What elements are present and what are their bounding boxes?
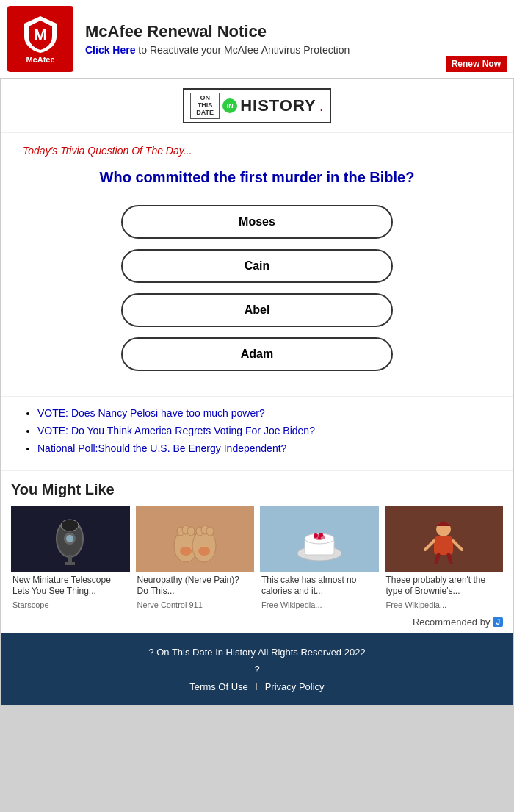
card-telescope[interactable]: New Miniature Telescope Lets You See Thi… bbox=[11, 506, 130, 612]
brownie-svg bbox=[418, 513, 469, 564]
mcafee-text-area: McAfee Renewal Notice Click Here to Reac… bbox=[73, 22, 507, 56]
svg-line-27 bbox=[453, 541, 462, 550]
mcafee-subtitle: Click Here to Reactivate your McAfee Ant… bbox=[85, 44, 507, 56]
card-brownie[interactable]: These probably aren't the type of Browni… bbox=[385, 506, 504, 612]
trivia-question: Who committed the first murder in the Bi… bbox=[23, 167, 491, 187]
footer: ? On This Date In History All Rights Res… bbox=[1, 633, 513, 705]
mcafee-banner: M McAfee McAfee Renewal Notice Click Her… bbox=[0, 0, 514, 79]
mcafee-shield-icon: M bbox=[21, 15, 59, 53]
card-img-brownie bbox=[385, 506, 504, 572]
poll-link-1[interactable]: VOTE: Do You Think America Regrets Votin… bbox=[37, 425, 315, 436]
footer-copyright: ? On This Date In History All Rights Res… bbox=[8, 644, 506, 661]
card-cake[interactable]: This cake has almost no calories and it.… bbox=[260, 506, 379, 612]
svg-point-14 bbox=[206, 527, 214, 536]
poll-link-0[interactable]: VOTE: Does Nancy Pelosi have too much po… bbox=[37, 407, 265, 419]
history-header: ON THIS DATE IN HISTORY. bbox=[1, 79, 513, 133]
answer-moses-button[interactable]: Moses bbox=[121, 205, 393, 239]
answer-adam-button[interactable]: Adam bbox=[121, 337, 393, 371]
card-img-cake bbox=[260, 506, 379, 572]
svg-line-29 bbox=[449, 555, 451, 563]
card-source-3: Free Wikipedia... bbox=[385, 599, 504, 612]
cards-row: New Miniature Telescope Lets You See Thi… bbox=[11, 506, 503, 612]
footer-divider: I bbox=[255, 681, 258, 692]
card-source-0: Starscope bbox=[11, 599, 130, 612]
svg-point-21 bbox=[314, 533, 318, 538]
might-like-section: You Might Like New Miniature Telescope L… bbox=[1, 471, 513, 612]
svg-rect-3 bbox=[65, 562, 75, 565]
history-dot: . bbox=[319, 96, 324, 115]
poll-item-1: VOTE: Do You Think America Regrets Votin… bbox=[37, 425, 491, 436]
neuropathy-svg bbox=[167, 506, 222, 572]
svg-line-26 bbox=[425, 541, 434, 550]
footer-links: Terms Of Use I Privacy Policy bbox=[8, 678, 506, 695]
mcafee-title: McAfee Renewal Notice bbox=[85, 22, 507, 41]
card-caption-0: New Miniature Telescope Lets You See Thi… bbox=[11, 572, 130, 599]
polls-section: VOTE: Does Nancy Pelosi have too much po… bbox=[1, 397, 513, 471]
history-logo: ON THIS DATE IN HISTORY. bbox=[183, 88, 331, 123]
svg-point-16 bbox=[198, 547, 210, 556]
date-line3: DATE bbox=[193, 109, 217, 117]
card-caption-1: Neuropathy (Nerve Pain)? Do This... bbox=[136, 572, 255, 599]
jubna-logo: J bbox=[493, 617, 503, 627]
mcafee-brand-label: McAfee bbox=[26, 55, 54, 64]
mcafee-logo: M McAfee bbox=[7, 6, 73, 72]
on-this-date-box: ON THIS DATE bbox=[190, 93, 220, 119]
answer-cain-button[interactable]: Cain bbox=[121, 249, 393, 283]
mcafee-subtitle-text: to Reactivate your McAfee Antivirus Prot… bbox=[135, 44, 350, 56]
trivia-label: Today's Trivia Question Of The Day... bbox=[23, 145, 491, 157]
trivia-section: Today's Trivia Question Of The Day... Wh… bbox=[1, 133, 513, 397]
polls-list: VOTE: Does Nancy Pelosi have too much po… bbox=[23, 407, 491, 454]
svg-rect-25 bbox=[434, 536, 453, 555]
card-caption-3: These probably aren't the type of Browni… bbox=[385, 572, 504, 599]
card-neuropathy[interactable]: Neuropathy (Nerve Pain)? Do This... Nerv… bbox=[136, 506, 255, 612]
svg-point-4 bbox=[61, 520, 79, 531]
history-label: HISTORY bbox=[240, 96, 316, 115]
renew-now-button[interactable]: Renew Now bbox=[446, 56, 507, 72]
main-container: ON THIS DATE IN HISTORY. Today's Trivia … bbox=[0, 79, 514, 706]
telescope-svg bbox=[50, 511, 90, 566]
mcafee-click-link[interactable]: Click Here bbox=[85, 44, 135, 56]
footer-question: ? bbox=[8, 661, 506, 678]
poll-link-2[interactable]: National Poll:Should the U.S. Be Energy … bbox=[37, 442, 286, 454]
recommended-label: Recommended by bbox=[413, 617, 491, 628]
card-img-telescope bbox=[11, 506, 130, 572]
recommended-bar: Recommended by J bbox=[1, 612, 513, 633]
svg-line-28 bbox=[436, 555, 438, 563]
in-circle: IN bbox=[222, 98, 237, 113]
card-source-1: Nerve Control 911 bbox=[136, 599, 255, 612]
card-source-2: Free Wikipedia... bbox=[260, 599, 379, 612]
card-caption-2: This cake has almost no calories and it.… bbox=[260, 572, 379, 599]
svg-point-11 bbox=[187, 527, 195, 536]
answer-abel-button[interactable]: Abel bbox=[121, 293, 393, 327]
footer-privacy-link[interactable]: Privacy Policy bbox=[265, 681, 325, 692]
svg-point-15 bbox=[180, 547, 192, 556]
card-img-neuropathy bbox=[136, 506, 255, 572]
might-like-title: You Might Like bbox=[11, 481, 503, 498]
poll-item-0: VOTE: Does Nancy Pelosi have too much po… bbox=[37, 407, 491, 419]
footer-terms-link[interactable]: Terms Of Use bbox=[189, 681, 247, 692]
svg-point-6 bbox=[66, 535, 73, 542]
svg-text:M: M bbox=[34, 26, 47, 44]
svg-point-23 bbox=[318, 536, 321, 539]
poll-item-2: National Poll:Should the U.S. Be Energy … bbox=[37, 442, 491, 454]
cake-svg bbox=[294, 513, 345, 564]
